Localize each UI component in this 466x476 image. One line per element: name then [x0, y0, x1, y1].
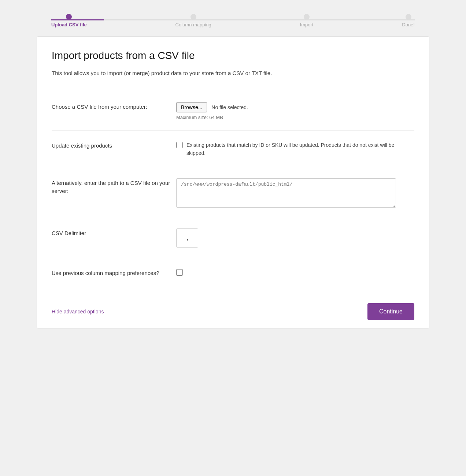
prev-mapping-control	[176, 268, 414, 276]
step-4-dot	[406, 14, 411, 20]
step-3-dot	[304, 14, 310, 20]
server-path-control	[176, 178, 414, 208]
prev-mapping-checkbox[interactable]	[176, 269, 183, 276]
step-3-label: Import	[300, 22, 314, 27]
file-input-row: Browse... No file selected.	[176, 102, 414, 112]
step-1-dot	[66, 14, 72, 20]
steps-list: Upload CSV file Column mapping Import Do…	[51, 14, 415, 27]
delimiter-input[interactable]	[176, 228, 198, 248]
csv-file-row: Choose a CSV file from your computer: Br…	[52, 92, 414, 131]
update-existing-label: Update existing products	[52, 141, 176, 150]
delimiter-label: CSV Delimiter	[52, 228, 176, 238]
prev-mapping-checkbox-row	[176, 268, 414, 276]
update-existing-checkbox-row: Existing products that match by ID or SK…	[176, 141, 414, 157]
csv-file-label: Choose a CSV file from your computer:	[52, 102, 176, 111]
card-body: Choose a CSV file from your computer: Br…	[37, 88, 429, 295]
step-4-label: Done!	[402, 22, 415, 27]
server-path-input[interactable]	[176, 178, 396, 208]
step-4: Done!	[402, 14, 415, 27]
browse-button[interactable]: Browse...	[176, 102, 207, 112]
update-existing-control: Existing products that match by ID or SK…	[176, 141, 414, 157]
page-description: This tool allows you to import (or merge…	[52, 69, 323, 78]
main-card: Import products from a CSV file This too…	[37, 36, 429, 328]
server-path-label: Alternatively, enter the path to a CSV f…	[52, 178, 176, 196]
step-2-dot	[191, 14, 196, 20]
step-2-label: Column mapping	[175, 22, 211, 27]
step-1: Upload CSV file	[51, 14, 87, 27]
page-title: Import products from a CSV file	[52, 50, 414, 62]
continue-button[interactable]: Continue	[367, 303, 414, 320]
update-existing-checkbox[interactable]	[176, 142, 183, 148]
prev-mapping-row: Use previous column mapping preferences?	[52, 258, 414, 288]
step-3: Import	[300, 14, 314, 27]
page-wrapper: Upload CSV file Column mapping Import Do…	[37, 7, 429, 328]
step-1-label: Upload CSV file	[51, 22, 87, 27]
no-file-text: No file selected.	[211, 104, 248, 110]
card-footer: Hide advanced options Continue	[37, 295, 429, 328]
server-path-row: Alternatively, enter the path to a CSV f…	[52, 168, 414, 218]
hide-advanced-button[interactable]: Hide advanced options	[52, 309, 104, 315]
steps-bar: Upload CSV file Column mapping Import Do…	[37, 7, 429, 36]
delimiter-control	[176, 228, 414, 248]
update-existing-desc: Existing products that match by ID or SK…	[186, 141, 414, 157]
step-2: Column mapping	[175, 14, 211, 27]
csv-file-control: Browse... No file selected. Maximum size…	[176, 102, 414, 120]
update-existing-row: Update existing products Existing produc…	[52, 131, 414, 168]
max-size-text: Maximum size: 64 MB	[176, 115, 414, 120]
card-header: Import products from a CSV file This too…	[37, 37, 429, 88]
delimiter-row: CSV Delimiter	[52, 218, 414, 258]
prev-mapping-label: Use previous column mapping preferences?	[52, 268, 176, 278]
